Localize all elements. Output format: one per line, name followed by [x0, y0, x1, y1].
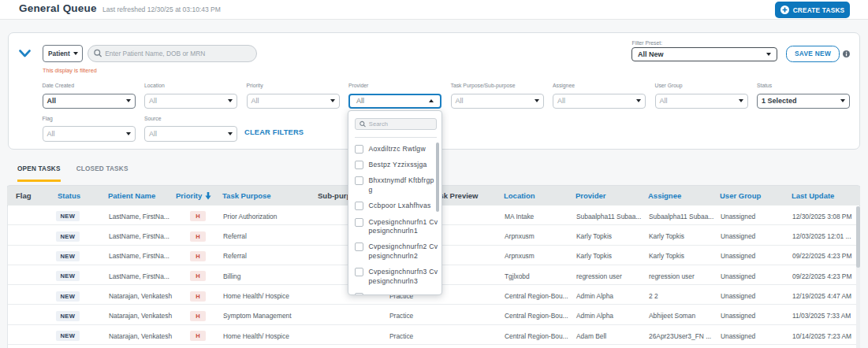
provider-option-label: Ccbpoor Lxahfhvas: [369, 202, 438, 210]
checkbox[interactable]: [355, 145, 363, 154]
checkbox[interactable]: [355, 202, 363, 210]
status-badge: NEW: [56, 271, 80, 281]
checkbox[interactable]: [355, 161, 363, 169]
cell-task-purpose: Billing: [223, 265, 240, 285]
cell-patient-name: LastName, FirstNa...: [109, 265, 170, 285]
cell-provider: Admin Alpha: [576, 305, 613, 325]
filter-preset-select[interactable]: All New: [631, 47, 777, 61]
cell-provider: Karly Topkis: [576, 246, 612, 265]
cell-assignee: regression user: [649, 265, 695, 285]
collapse-chevron-icon[interactable]: [19, 50, 31, 57]
checkbox[interactable]: [355, 242, 363, 251]
filter-select-location: Location All: [144, 83, 237, 109]
cell-user-group: Unassigned: [721, 305, 755, 325]
column-header-user-group[interactable]: User Group: [720, 186, 761, 205]
create-tasks-label: CREATE TASKS: [793, 6, 845, 14]
cell-priority: H: [192, 246, 206, 265]
cell-location: Central Region-Bou...: [505, 325, 568, 345]
cell-status: NEW: [58, 285, 80, 305]
cell-assignee: Subaalpha11 Subaa...: [649, 205, 713, 225]
chevron-down-icon: [126, 132, 131, 135]
sort-desc-icon: [205, 192, 211, 200]
checkbox[interactable]: [355, 176, 363, 185]
provider-dropdown-panel: Aoxdiltrzc Rwtlgw Bestpz Yzzixssjga Bhxx…: [348, 110, 442, 295]
cell-assignee: Karly Topkis: [649, 225, 684, 245]
info-icon[interactable]: [843, 50, 850, 57]
cell-patient-name: LastName, FirstNa...: [109, 246, 170, 265]
cell-patient-name: Natarajan, Venkatesh: [109, 285, 172, 305]
cell-assignee: 2 2: [649, 285, 658, 305]
table-scrollbar-thumb[interactable]: [856, 206, 860, 268]
cell-sub-purpose: Practice: [389, 325, 413, 345]
tab-open-tasks[interactable]: OPEN TASKS: [17, 165, 61, 182]
cell-last-update: 12/19/2025 4:47 AM: [792, 285, 851, 305]
table-row[interactable]: NEW Natarajan, Venkatesh H Symptom Manag…: [8, 305, 859, 325]
patient-search-input[interactable]: [105, 50, 248, 57]
chevron-down-icon: [739, 99, 743, 102]
cell-last-update: 11/03/2025 7:33 AM: [792, 305, 851, 325]
column-header-location[interactable]: Location: [504, 186, 535, 205]
provider-option[interactable]: Aoxdiltrzc Rwtlgw: [348, 141, 442, 157]
checkbox[interactable]: [355, 218, 363, 227]
provider-option[interactable]: Ccbpoor Lxahfhvas: [348, 198, 442, 214]
table-row[interactable]: NEW Natarajan, Venkatesh H Home Health/ …: [8, 325, 859, 345]
cell-user-group: Unassigned: [721, 265, 755, 285]
cell-assignee: Abhijeet Soman: [649, 305, 695, 325]
column-header-task-purpose[interactable]: Task Purpose: [222, 186, 271, 205]
provider-option[interactable]: Bestpz Yzzixssjga: [348, 157, 442, 172]
cell-priority: H: [192, 265, 206, 285]
provider-option-label: Bestpz Yzzixssjga: [369, 161, 438, 169]
last-refreshed-text: Last refreshed 12/30/25 at 03:10:43 PM: [102, 6, 221, 13]
clear-filters-button[interactable]: CLEAR FILTERS: [244, 128, 304, 136]
provider-scrollbar-thumb[interactable]: [436, 143, 439, 212]
cell-status: NEW: [58, 305, 80, 325]
cell-assignee: 26Apr23User3_FN ...: [649, 325, 711, 345]
provider-option[interactable]: Cvpesignchnurfn3 Cvpesignchnurln3: [348, 265, 442, 290]
column-header-priority[interactable]: Priority: [176, 186, 211, 205]
column-header-patient-name[interactable]: Patient Name: [108, 186, 155, 205]
filtered-note: This display is filtered: [43, 67, 97, 74]
column-header-last-update[interactable]: Last Update: [792, 186, 834, 205]
cell-task-purpose: Symptom Management: [223, 305, 292, 325]
filter-select-assignee: Assignee All: [553, 83, 646, 109]
chevron-down-icon: [766, 53, 771, 56]
provider-option[interactable]: Cvpesignchnurfn1 Cvpesignchnurln1: [348, 214, 442, 239]
priority-badge: H: [190, 231, 206, 242]
table-scrollbar[interactable]: [856, 206, 860, 348]
filter-select-flag: Flag All: [43, 116, 136, 142]
tab-closed-tasks[interactable]: CLOSED TASKS: [76, 165, 129, 182]
column-header-provider[interactable]: Provider: [576, 186, 606, 205]
provider-option[interactable]: Cvpesignchnurfn2 Cvpesignchnurln2: [348, 239, 442, 265]
page-title: General Queue: [19, 2, 97, 14]
column-header-status[interactable]: Status: [58, 186, 80, 205]
cell-location: Arpnxusm: [505, 246, 535, 265]
create-tasks-button[interactable]: CREATE TASKS: [775, 2, 850, 18]
filter-select-status: Status 1 Selected: [757, 83, 850, 109]
column-header-assignee[interactable]: Assignee: [648, 186, 681, 205]
cell-status: NEW: [58, 246, 80, 265]
cell-task-purpose: Referral: [223, 246, 247, 265]
chevron-down-icon: [228, 132, 233, 135]
provider-option[interactable]: [348, 289, 442, 295]
provider-search-input[interactable]: [369, 120, 432, 128]
filter-preset-value: All New: [638, 50, 766, 58]
cell-location: Central Region-Bou...: [505, 305, 568, 325]
chevron-down-icon: [840, 99, 845, 102]
checkbox[interactable]: [355, 293, 363, 295]
cell-user-group: Unassigned: [721, 246, 755, 265]
cell-last-update: 10/14/2025 7:23 AM: [792, 325, 851, 345]
top-bar: General Queue Last refreshed 12/30/25 at…: [0, 0, 868, 20]
cell-last-update: 12/03/2025 12:01 ...: [792, 225, 851, 245]
provider-option[interactable]: Bhxxtnymdf Kftbfrgpg: [348, 173, 442, 198]
search-type-select[interactable]: Patient: [43, 45, 83, 62]
cell-patient-name: LastName, FirstNa...: [109, 205, 170, 225]
patient-search-box: [88, 45, 257, 62]
cell-patient-name: Natarajan, Venkatesh: [109, 305, 172, 325]
priority-badge: H: [190, 251, 206, 261]
checkbox[interactable]: [355, 268, 363, 276]
filter-select-priority: Priority All: [247, 83, 340, 109]
cell-patient-name: Natarajan, Venkatesh: [109, 325, 172, 345]
cell-task-purpose: Prior Authorization: [223, 205, 277, 225]
provider-option-label: Cvpesignchnurfn2 Cvpesignchnurln2: [369, 242, 438, 261]
save-new-button[interactable]: SAVE NEW: [786, 46, 840, 62]
